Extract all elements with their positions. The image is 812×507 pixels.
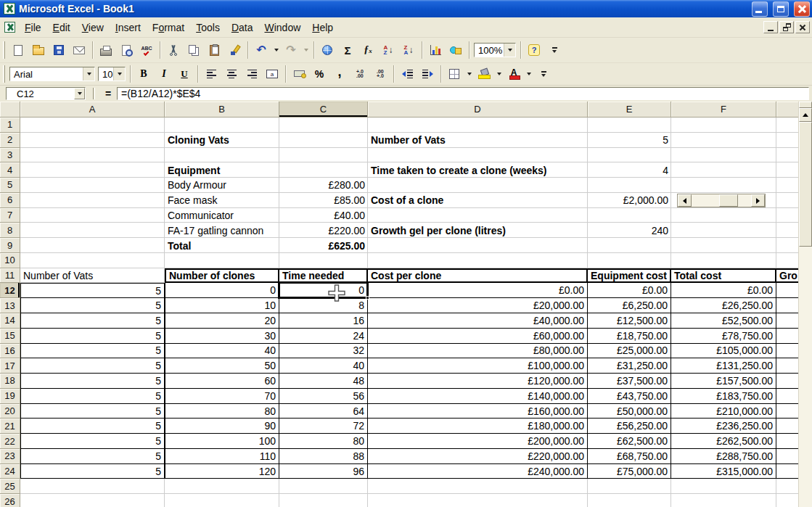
table-header-D11[interactable]: Cost per clone [368,268,588,284]
cell-A17[interactable]: 5 [20,358,165,374]
cell-D20[interactable]: £160,000.00 [368,404,588,419]
font-name-dropdown-button[interactable] [83,67,94,81]
redo-dropdown-button[interactable] [301,41,311,60]
row-header-16[interactable]: 16 [0,344,20,359]
cell-C8[interactable]: £220.00 [279,223,368,238]
cell-D14[interactable]: £40,000.00 [368,313,588,329]
row-header-15[interactable]: 15 [0,329,20,344]
cell-E17[interactable]: £31,250.00 [588,358,671,374]
cell-C20[interactable]: 64 [279,404,368,419]
cell-F18[interactable]: £157,500.00 [671,374,776,389]
cell-B18[interactable]: 60 [165,374,279,389]
cell-A14[interactable]: 5 [20,313,165,329]
cell-G17[interactable] [776,358,798,374]
cell-D15[interactable]: £60,000.00 [368,329,588,344]
cell-G15[interactable] [776,329,798,344]
table-header-G11[interactable]: Gro [776,268,798,284]
undo-dropdown-button[interactable] [271,41,281,60]
cell-D21[interactable]: £180,000.00 [368,419,588,434]
cell-E8[interactable]: 240 [588,223,671,238]
cell-B5[interactable]: Body Armour [165,178,279,193]
column-header-G[interactable]: G [776,102,798,118]
row-header-7[interactable]: 7 [0,208,20,223]
cell-B14[interactable]: 20 [165,313,279,329]
cell-B22[interactable]: 100 [165,434,279,449]
zoom-dropdown-button[interactable] [504,44,515,57]
cell-B9[interactable]: Total [165,238,279,253]
cell-B8[interactable]: FA-17 gatling cannon [165,223,279,238]
cell-E24[interactable]: £75,000.00 [588,464,671,479]
row-header-18[interactable]: 18 [0,374,20,389]
cell-F17[interactable]: £131,250.00 [671,358,776,374]
print-button[interactable] [97,41,115,60]
cell-E6[interactable]: £2,000.00 [588,193,671,208]
increase-decimal-button[interactable]: +.0.00 [350,65,369,84]
cell-E21[interactable]: £56,250.00 [588,419,671,434]
scrollbar-thumb[interactable] [719,194,738,207]
cell-D17[interactable]: £100,000.00 [368,358,588,374]
cell-D22[interactable]: £200,000.00 [368,434,588,449]
chart-wizard-button[interactable] [426,41,445,60]
cell-D13[interactable]: £20,000.00 [368,298,588,313]
row-header-20[interactable]: 20 [0,404,20,419]
cell-G18[interactable] [776,374,798,389]
font-name-combobox[interactable]: Arial [9,67,95,81]
toolbar-grip[interactable] [3,41,5,59]
insert-hyperlink-button[interactable] [318,41,337,60]
row-header-12[interactable]: 12 [0,283,20,298]
cell-F16[interactable]: £105,000.00 [671,344,776,359]
cell-F21[interactable]: £236,250.00 [671,419,776,434]
cell-B17[interactable]: 50 [165,358,279,374]
cell-C17[interactable]: 40 [279,358,368,374]
align-left-button[interactable] [202,65,221,84]
column-header-B[interactable]: B [165,102,279,118]
row-header-6[interactable]: 6 [0,193,20,208]
table-header-B11[interactable]: Number of clones [165,268,279,284]
cell-C15[interactable]: 24 [279,329,368,344]
cell-A21[interactable]: 5 [20,419,165,434]
menu-tools[interactable]: Tools [190,19,226,36]
row-header-26[interactable]: 26 [0,494,20,507]
menu-insert[interactable]: Insert [110,19,147,36]
menu-edit[interactable]: Edit [47,19,76,36]
format-painter-button[interactable] [225,41,244,60]
cell-D6[interactable]: Cost of a clone [368,193,588,208]
align-center-button[interactable] [222,65,241,84]
spelling-button[interactable]: ABC [137,41,156,60]
row-header-13[interactable]: 13 [0,298,20,313]
cell-G20[interactable] [776,404,798,419]
cell-B16[interactable]: 40 [165,344,279,359]
percent-style-button[interactable]: % [310,65,329,84]
increase-indent-button[interactable] [418,65,437,84]
row-header-21[interactable]: 21 [0,419,20,434]
redo-button[interactable]: ↷ [282,41,300,60]
cell-G19[interactable] [776,389,798,404]
cell-B24[interactable]: 120 [165,464,279,479]
cell-A22[interactable]: 5 [20,434,165,449]
table-header-E11[interactable]: Equipment cost [588,268,671,284]
row-header-24[interactable]: 24 [0,464,20,479]
help-button[interactable]: ? [525,41,544,60]
cell-D23[interactable]: £220,000.00 [368,449,588,464]
table-header-F11[interactable]: Total cost [671,268,776,284]
autosum-button[interactable]: Σ [338,41,357,60]
menu-format[interactable]: Format [147,19,190,36]
cell-E18[interactable]: £37,500.00 [588,374,671,389]
scrollbar-right-button[interactable] [751,194,765,207]
row-header-2[interactable]: 2 [0,133,20,148]
workbook-icon[interactable] [4,22,15,33]
cell-D4[interactable]: Time taken to create a clone (weeks) [368,162,588,178]
row-header-22[interactable]: 22 [0,434,20,449]
paste-button[interactable] [205,41,223,60]
edit-formula-button[interactable]: = [102,87,115,100]
cell-B23[interactable]: 110 [165,449,279,464]
cell-E20[interactable]: £50,000.00 [588,404,671,419]
cell-G21[interactable] [776,419,798,434]
name-box-dropdown-button[interactable] [74,88,85,99]
row-header-1[interactable]: 1 [0,118,20,133]
cell-F22[interactable]: £262,500.00 [671,434,776,449]
font-size-combobox[interactable]: 10 [98,67,126,81]
row-header-19[interactable]: 19 [0,389,20,404]
select-all-corner[interactable] [0,102,20,118]
fill-color-button[interactable] [475,65,493,84]
